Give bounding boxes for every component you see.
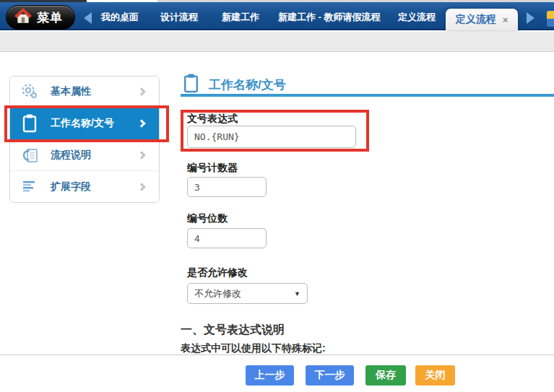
- tab-define-flow[interactable]: 定义流程: [398, 2, 436, 30]
- footer-bar: 上一步 下一步 保存 关闭: [0, 354, 554, 392]
- doc-refresh-icon: [20, 146, 39, 165]
- field-label-allow-modify: 是否允许修改: [187, 266, 248, 279]
- save-button[interactable]: 保存: [365, 365, 406, 386]
- page-title: 工作名称/文号: [209, 77, 286, 93]
- section-heading: 一、文号表达式说明: [181, 323, 285, 338]
- tab-scroll-left-icon[interactable]: [84, 12, 92, 24]
- chevron-down-icon: ▼: [294, 290, 300, 297]
- tab-my-desktop[interactable]: 我的桌面: [101, 2, 139, 30]
- corner-logo-icon: [547, 11, 554, 27]
- top-navbar: 菜单 我的桌面 设计流程 新建工作 新建工作 - 教师请假流程 定义流程 定义流…: [0, 2, 554, 30]
- select-value: 不允许修改: [194, 287, 241, 300]
- tab-new-work[interactable]: 新建工作: [222, 2, 259, 30]
- sidebar-item-basic-props[interactable]: 基本属性: [10, 77, 159, 108]
- field-label-doc-expression: 文号表达式: [187, 113, 238, 126]
- sidebar-item-label: 流程说明: [51, 149, 139, 162]
- chevron-right-icon: [137, 183, 145, 191]
- tab-design-flow[interactable]: 设计流程: [160, 2, 198, 30]
- tab-scroll-right-icon[interactable]: [527, 12, 534, 24]
- toolbar-band: [0, 32, 554, 52]
- doc-expression-input[interactable]: [187, 126, 356, 148]
- active-tab-label: 定义流程: [456, 13, 496, 26]
- close-tab-icon[interactable]: ×: [503, 14, 508, 25]
- section-text: 表达式中可以使用以下特殊标记:: [181, 342, 326, 355]
- sidebar-item-label: 工作名称/文号: [51, 117, 139, 130]
- counter-input[interactable]: [187, 177, 267, 197]
- chevron-right-icon: [137, 119, 145, 127]
- digits-input[interactable]: [187, 228, 267, 248]
- sidebar-item-label: 扩展字段: [51, 180, 139, 193]
- sidebar-item-work-name[interactable]: 工作名称/文号: [10, 108, 159, 139]
- next-step-button[interactable]: 下一步: [306, 365, 354, 386]
- field-label-digits: 编号位数: [187, 212, 228, 225]
- menu-button-label: 菜单: [37, 9, 63, 26]
- tab-define-flow-active[interactable]: 定义流程 ×: [446, 9, 518, 30]
- home-icon: [14, 8, 32, 27]
- previous-step-button[interactable]: 上一步: [246, 365, 294, 386]
- sidebar-item-flow-description[interactable]: 流程说明: [10, 139, 159, 171]
- allow-modify-select[interactable]: 不允许修改 ▼: [187, 283, 308, 304]
- tab-new-work-teacher-leave[interactable]: 新建工作 - 教师请假流程: [278, 2, 381, 30]
- field-label-counter: 编号计数器: [187, 162, 238, 175]
- sidebar-item-extended-fields[interactable]: 扩展字段: [10, 170, 159, 202]
- lines-icon: [20, 178, 39, 196]
- chevron-right-icon: [137, 151, 145, 159]
- app-window: 菜单 我的桌面 设计流程 新建工作 新建工作 - 教师请假流程 定义流程 定义流…: [0, 0, 554, 392]
- title-underline: [181, 94, 554, 97]
- clipboard-icon: [20, 114, 39, 133]
- chevron-right-icon: [137, 88, 145, 96]
- clipboard-icon: [183, 74, 199, 96]
- gear-icon: [20, 82, 39, 101]
- menu-button[interactable]: 菜单: [6, 5, 75, 30]
- close-button[interactable]: 关闭: [415, 365, 455, 386]
- sidebar-item-label: 基本属性: [51, 85, 139, 98]
- settings-sidebar: 基本属性 工作名称/文号: [9, 76, 160, 203]
